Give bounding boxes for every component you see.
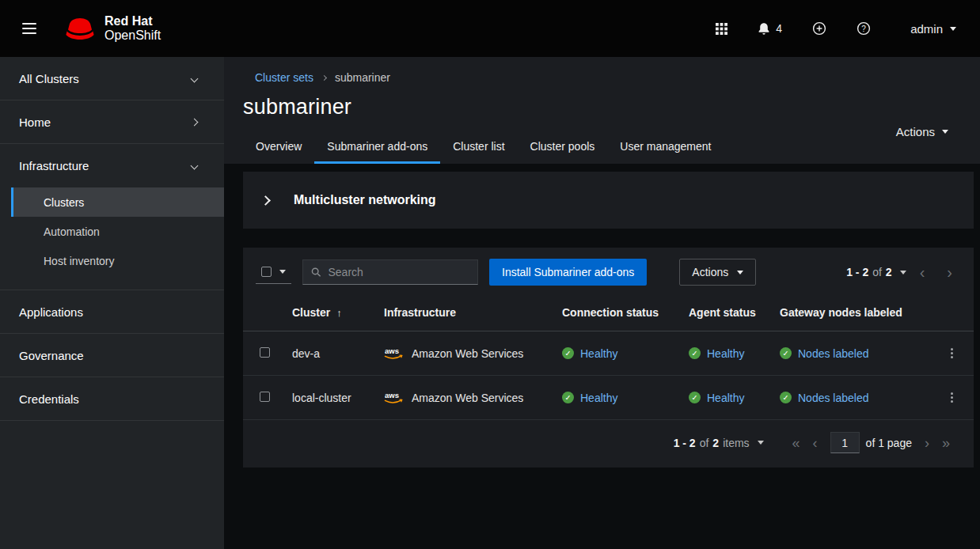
infrastructure-subnav: Clusters Automation Host inventory xyxy=(0,187,224,290)
first-page-button[interactable]: « xyxy=(786,433,807,453)
column-header-cluster[interactable]: Cluster↑ xyxy=(283,297,374,331)
tab-overview[interactable]: Overview xyxy=(243,132,314,164)
prev-page-button[interactable]: ‹ xyxy=(807,433,824,453)
breadcrumb-cluster-sets-link[interactable]: Cluster sets xyxy=(255,71,313,84)
last-page-button[interactable]: » xyxy=(936,433,956,453)
sidebar-item-infrastructure[interactable]: Infrastructure xyxy=(0,144,224,187)
caret-down-icon xyxy=(279,270,286,274)
sidebar-item-label: Governance xyxy=(19,349,84,362)
caret-down-icon xyxy=(950,27,956,31)
check-circle-icon: ✓ xyxy=(780,347,792,359)
svg-text:aws: aws xyxy=(385,346,399,355)
nav-toggle-button[interactable] xyxy=(14,17,44,41)
chevron-right-icon xyxy=(191,118,199,126)
table-row-dev-a: dev-a aws Amazon Web Services xyxy=(243,331,974,376)
check-circle-icon: ✓ xyxy=(562,347,574,359)
table-toolbar: Install Submariner add-ons Actions 1 - 2… xyxy=(243,259,974,297)
sort-ascending-icon: ↑ xyxy=(336,307,342,319)
caret-down-icon xyxy=(737,271,743,274)
sidebar-item-applications[interactable]: Applications xyxy=(0,290,224,334)
check-circle-icon: ✓ xyxy=(562,392,574,403)
tab-user-management[interactable]: User management xyxy=(607,132,724,164)
notifications-button[interactable]: 4 xyxy=(754,19,785,39)
gateway-nodes-link[interactable]: Nodes labeled xyxy=(798,392,869,404)
column-header-agent-status: Agent status xyxy=(679,297,770,331)
hamburger-icon xyxy=(22,23,36,25)
connection-status-link[interactable]: Healthy xyxy=(580,392,617,404)
redhat-openshift-logo: Red Hat OpenShift xyxy=(63,14,161,44)
app-launcher-button[interactable] xyxy=(712,20,731,38)
bell-icon xyxy=(758,22,770,36)
top-pagination: 1 - 2 of 2 ‹ › xyxy=(846,261,961,283)
pagination-range: 1 - 2 xyxy=(674,437,696,449)
caret-down-icon xyxy=(942,130,948,134)
expand-toggle-button[interactable] xyxy=(262,192,283,209)
infrastructure-cell: aws Amazon Web Services xyxy=(384,346,543,360)
svg-text:aws: aws xyxy=(385,391,399,399)
tabs: Overview Submariner add-ons Cluster list… xyxy=(243,132,948,164)
infrastructure-cell: aws Amazon Web Services xyxy=(384,391,543,404)
breadcrumb: Cluster sets submariner xyxy=(243,71,948,84)
masthead: Red Hat OpenShift 4 xyxy=(0,0,980,57)
footer-pagination-menu-toggle[interactable]: 1 - 2 of 2 items xyxy=(674,437,764,449)
breadcrumb-separator-icon xyxy=(321,74,327,80)
gateway-nodes-link[interactable]: Nodes labeled xyxy=(798,347,869,360)
sidebar-nav: All Clusters Home Infrastructure Cluster… xyxy=(0,57,224,549)
sidebar-item-home[interactable]: Home xyxy=(0,100,224,144)
row-checkbox[interactable] xyxy=(260,392,270,402)
multicluster-networking-section: Multicluster networking xyxy=(243,172,974,229)
section-title: Multicluster networking xyxy=(294,193,436,207)
breadcrumb-current: submariner xyxy=(335,71,390,84)
connection-status-cell: ✓ Healthy xyxy=(562,392,670,404)
page-actions-dropdown[interactable]: Actions xyxy=(896,125,948,138)
row-kebab-menu[interactable] xyxy=(944,343,960,363)
cluster-switcher-label: All Clusters xyxy=(19,72,79,85)
redhat-fedora-icon xyxy=(63,17,97,40)
tab-cluster-pools[interactable]: Cluster pools xyxy=(518,132,608,164)
help-button[interactable]: ? xyxy=(853,18,874,39)
bulk-select-dropdown[interactable] xyxy=(256,260,291,284)
row-kebab-menu[interactable] xyxy=(944,388,960,407)
toolbar-actions-dropdown[interactable]: Actions xyxy=(679,259,756,286)
agent-status-link[interactable]: Healthy xyxy=(707,347,744,360)
search-box xyxy=(302,259,478,285)
clusters-table-card: Install Submariner add-ons Actions 1 - 2… xyxy=(243,248,974,468)
column-header-connection-status: Connection status xyxy=(553,297,679,331)
tab-submariner-add-ons[interactable]: Submariner add-ons xyxy=(314,132,440,164)
clusters-table: Cluster↑ Infrastructure Connection statu… xyxy=(243,297,974,420)
row-checkbox[interactable] xyxy=(260,347,270,358)
notification-count-badge: 4 xyxy=(776,22,782,35)
sidebar-item-label: Credentials xyxy=(19,392,79,406)
pagination-total: 2 xyxy=(886,266,892,278)
sidebar-subitem-label: Clusters xyxy=(44,196,84,209)
column-header-infrastructure: Infrastructure xyxy=(374,297,553,331)
prev-page-button[interactable]: ‹ xyxy=(911,261,934,283)
chevron-right-icon xyxy=(260,195,271,206)
next-page-button[interactable]: › xyxy=(938,261,961,283)
tab-cluster-list[interactable]: Cluster list xyxy=(440,132,517,164)
sidebar-item-clusters[interactable]: Clusters xyxy=(11,187,224,217)
install-submariner-button[interactable]: Install Submariner add-ons xyxy=(489,259,647,286)
bulk-select-checkbox[interactable] xyxy=(261,267,272,277)
search-input[interactable] xyxy=(329,266,470,278)
user-menu[interactable]: admin xyxy=(910,22,956,36)
caret-down-icon xyxy=(900,271,906,274)
page-actions-label: Actions xyxy=(896,125,935,138)
cluster-switcher[interactable]: All Clusters xyxy=(0,57,224,100)
pager-controls: « ‹ of 1 page › » xyxy=(786,432,956,453)
aws-icon: aws xyxy=(384,391,405,404)
check-circle-icon: ✓ xyxy=(780,392,792,403)
column-header-select xyxy=(243,297,283,331)
create-button[interactable] xyxy=(809,18,830,39)
page-number-input[interactable] xyxy=(830,432,860,453)
pagination-range: 1 - 2 xyxy=(846,266,868,278)
connection-status-link[interactable]: Healthy xyxy=(580,347,617,360)
sidebar-item-host-inventory[interactable]: Host inventory xyxy=(11,246,224,275)
sidebar-item-credentials[interactable]: Credentials xyxy=(0,377,224,421)
agent-status-link[interactable]: Healthy xyxy=(707,392,744,404)
toolbar-actions-label: Actions xyxy=(692,266,728,278)
next-page-button[interactable]: › xyxy=(918,433,936,453)
pagination-menu-toggle[interactable]: 1 - 2 of 2 xyxy=(846,266,906,278)
sidebar-item-automation[interactable]: Automation xyxy=(11,217,224,246)
sidebar-item-governance[interactable]: Governance xyxy=(0,334,224,377)
